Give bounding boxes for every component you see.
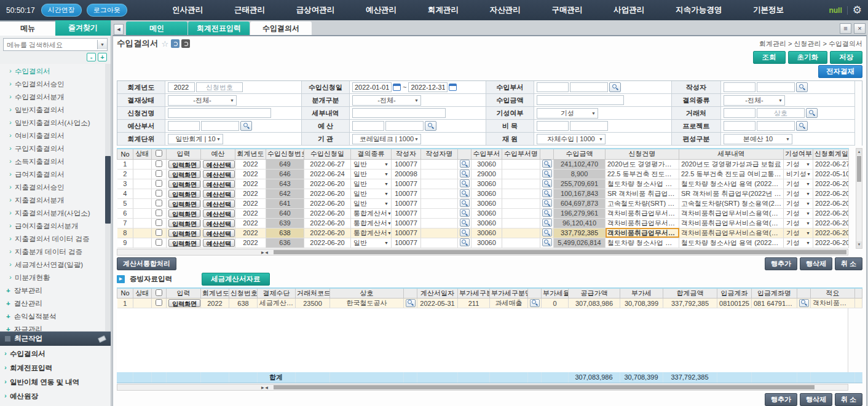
table-row[interactable]: 8입력화면예산선택20226382022-06-20통합계산서▼10007730… <box>117 228 849 238</box>
cell-select[interactable]: 기성▼ <box>786 219 811 228</box>
row-checkbox[interactable] <box>156 170 162 177</box>
calendar-icon[interactable] <box>449 84 457 91</box>
sidebar-tab-favorites[interactable]: 즐겨찾기 <box>55 20 111 36</box>
search-lookup-button[interactable] <box>799 299 809 307</box>
row-checkbox[interactable] <box>156 180 162 187</box>
filter-input[interactable] <box>537 121 569 131</box>
input-screen-button[interactable]: 입력화면 <box>168 229 200 237</box>
select-all-checkbox[interactable] <box>156 150 162 157</box>
search-lookup-button[interactable] <box>460 179 470 187</box>
sidebar-scrollbar[interactable] <box>105 64 111 331</box>
budget-select-button[interactable]: 예산선택 <box>203 219 235 227</box>
filter-input[interactable] <box>757 82 795 92</box>
row-checkbox[interactable] <box>156 219 162 226</box>
search-lookup-button[interactable] <box>460 238 470 246</box>
table-row[interactable]: 4입력화면예산선택20226422022-06-20일반▼10007730060… <box>117 189 849 198</box>
refresh-icon[interactable] <box>171 39 180 48</box>
cell-select[interactable]: 기성▼ <box>786 179 811 189</box>
sidebar-item[interactable]: 급여지출결의서분개 <box>0 220 111 233</box>
collapse-all-button[interactable]: - <box>87 53 96 61</box>
input-screen-button[interactable]: 입력화면 <box>168 200 200 208</box>
table-row[interactable]: 6입력화면예산선택20226402022-06-20통합계산서▼10007730… <box>117 208 849 218</box>
action-button-초기화[interactable]: 초기화 <box>788 51 828 64</box>
top-menu-item[interactable]: 회계관리 <box>428 5 459 15</box>
cell-select[interactable]: 일반▼ <box>353 160 389 169</box>
sidebar-item[interactable]: 지출결의서분개 <box>0 194 111 207</box>
filter-input[interactable] <box>196 82 243 92</box>
filter-input[interactable] <box>168 108 271 118</box>
search-lookup-button[interactable] <box>542 179 552 187</box>
input-screen-button[interactable]: 입력화면 <box>168 209 200 217</box>
sidebar-group[interactable]: 손익실적분석 <box>0 310 111 323</box>
budget-select-button[interactable]: 예산선택 <box>203 160 235 168</box>
evidence-horizontal-scrollbar[interactable]: ▶ ◀ <box>117 384 848 391</box>
filter-input[interactable] <box>352 121 384 131</box>
recent-item[interactable]: 회계전표입력 <box>0 361 111 375</box>
cell-select[interactable]: 통합계산서▼ <box>353 209 389 218</box>
search-lookup-button[interactable] <box>542 170 552 178</box>
row-checkbox[interactable] <box>156 160 162 167</box>
grid-button-행삭제[interactable]: 행삭제 <box>800 257 832 270</box>
cell-select[interactable]: 일반▼ <box>353 179 389 189</box>
grid-button-행삭제[interactable]: 행삭제 <box>800 393 832 406</box>
sidebar-item[interactable]: 급여지출결의서 <box>0 168 111 181</box>
search-lookup-button[interactable] <box>240 121 252 131</box>
gear-icon[interactable]: ⚙ <box>853 4 862 17</box>
search-lookup-button[interactable] <box>796 82 808 92</box>
row-checkbox[interactable] <box>156 209 162 216</box>
tab-수입결의서[interactable]: 수입결의서 <box>250 21 312 35</box>
filter-select[interactable]: -전체-▼ <box>168 95 237 106</box>
tab-메인[interactable]: 메인 <box>126 21 187 35</box>
row-checkbox[interactable] <box>156 299 162 306</box>
top-menu-item[interactable]: 사업관리 <box>614 5 644 15</box>
grid-button-행추가[interactable]: 행추가 <box>765 257 797 270</box>
scroll-down-icon[interactable]: ▼ <box>856 241 862 248</box>
recent-item[interactable]: 예산원장 <box>0 389 111 404</box>
top-menu-item[interactable]: 구매관리 <box>552 5 583 15</box>
favorite-star-icon[interactable]: ☆ <box>162 39 169 49</box>
cell-select[interactable]: 비기성▼ <box>786 170 811 179</box>
filter-select[interactable]: -전체-▼ <box>352 95 421 106</box>
filter-select[interactable]: 기성▼ <box>537 108 598 119</box>
search-lookup-button[interactable] <box>460 228 470 236</box>
cell-select[interactable]: 통합계산서▼ <box>353 219 389 228</box>
filter-select[interactable]: 코레일테크 | 1000▼ <box>352 134 421 144</box>
select-all-checkbox[interactable] <box>156 289 162 296</box>
filter-input[interactable] <box>352 82 392 92</box>
filter-select[interactable]: 일반회계 | 10▼ <box>168 134 223 144</box>
row-checkbox[interactable] <box>156 190 162 197</box>
reload-icon[interactable] <box>181 39 190 48</box>
clear-recent-icon[interactable] <box>98 335 106 342</box>
row-checkbox[interactable] <box>156 200 162 206</box>
filter-select[interactable]: 본예산 10▼ <box>724 134 792 144</box>
sidebar-item[interactable]: 지출결의서 데이터 검증 <box>0 233 111 246</box>
cell-select[interactable]: 기성▼ <box>786 238 811 248</box>
budget-select-button[interactable]: 예산선택 <box>203 180 235 188</box>
search-lookup-button[interactable] <box>542 189 552 197</box>
extend-time-button[interactable]: 시간연장 <box>41 4 82 17</box>
search-lookup-button[interactable] <box>542 209 552 217</box>
filter-input[interactable] <box>168 82 195 92</box>
search-lookup-button[interactable] <box>425 121 436 131</box>
grid-horizontal-scrollbar[interactable]: ▶ ◀ <box>117 249 848 256</box>
search-lookup-button[interactable] <box>806 108 818 118</box>
cell-select[interactable]: 일반▼ <box>353 199 389 208</box>
filter-input[interactable] <box>537 95 624 105</box>
cell-select[interactable]: 일반▼ <box>353 170 389 179</box>
window-list-icon[interactable]: ≡ <box>840 23 851 34</box>
row-checkbox[interactable] <box>156 229 162 236</box>
search-lookup-button[interactable] <box>530 299 540 307</box>
filter-input[interactable] <box>570 121 608 131</box>
cell-select[interactable]: 기성▼ <box>786 199 811 208</box>
filter-select[interactable]: -전체-▼ <box>724 95 785 106</box>
top-menu-item[interactable]: 근태관리 <box>234 5 265 15</box>
table-row[interactable]: 2입력화면예산선택20226462022-06-24일반▼20009829000… <box>117 169 849 179</box>
section-arrow-icon[interactable]: ▶ <box>117 275 125 283</box>
input-screen-button[interactable]: 입력화면 <box>168 160 200 168</box>
search-lookup-button[interactable] <box>609 82 621 92</box>
budget-select-button[interactable]: 예산선택 <box>203 209 235 217</box>
sidebar-item[interactable]: 지출결의서분개(사업소) <box>0 207 111 220</box>
sidebar-item[interactable]: 수입결의서 <box>0 65 111 78</box>
invoice-merge-button[interactable]: 계산서통합처리 <box>117 257 176 270</box>
expand-all-button[interactable]: + <box>98 53 107 61</box>
